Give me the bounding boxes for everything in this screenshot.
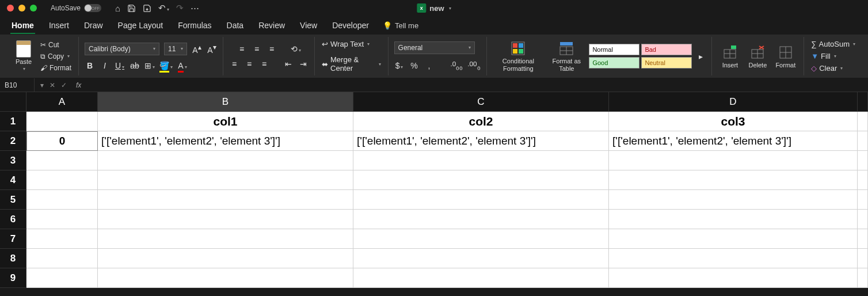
cell-D1[interactable]: col3: [609, 112, 858, 131]
save-icon[interactable]: [127, 4, 136, 13]
tab-review[interactable]: Review: [253, 18, 291, 33]
tell-me-search[interactable]: 💡 Tell me: [383, 21, 418, 30]
decrease-font-icon[interactable]: A▾: [207, 43, 217, 55]
cell-B8[interactable]: [98, 249, 353, 268]
tab-draw[interactable]: Draw: [78, 18, 109, 33]
cell-C1[interactable]: col2: [353, 112, 609, 131]
decrease-decimal-icon[interactable]: .00₀: [467, 60, 480, 71]
cell-B2[interactable]: ['['element1', 'element2', 'element 3']'…: [98, 131, 353, 151]
redo-icon[interactable]: ↷: [176, 3, 184, 13]
cell-E4[interactable]: [858, 170, 868, 190]
col-header-B[interactable]: B: [98, 92, 353, 112]
cell-A1[interactable]: [26, 112, 98, 131]
tab-formulas[interactable]: Formulas: [172, 18, 217, 33]
row-header-7[interactable]: 7: [0, 229, 26, 249]
more-qat-icon[interactable]: ⋯: [191, 3, 199, 13]
comma-icon[interactable]: ,: [424, 61, 435, 70]
format-as-table-button[interactable]: Format as Table: [547, 39, 585, 73]
cell-E2[interactable]: [858, 131, 868, 151]
style-bad[interactable]: Bad: [641, 44, 692, 55]
align-bottom-icon[interactable]: ≡: [267, 44, 277, 54]
cell-E6[interactable]: [858, 210, 868, 229]
wrap-text-button[interactable]: ↩Wrap Text▾: [321, 39, 371, 49]
cell-A6[interactable]: [26, 210, 98, 229]
orientation-icon[interactable]: ⟲▾: [291, 44, 301, 54]
align-center-icon[interactable]: ≡: [244, 59, 254, 69]
cell-C3[interactable]: [353, 151, 609, 170]
fx-icon[interactable]: fx: [76, 81, 81, 89]
decrease-indent-icon[interactable]: ⇤: [283, 59, 294, 69]
close-window-button[interactable]: [7, 5, 14, 12]
cell-A5[interactable]: [26, 190, 98, 210]
row-header-8[interactable]: 8: [0, 249, 26, 268]
cell-E5[interactable]: [858, 190, 868, 210]
style-normal[interactable]: Normal: [589, 44, 639, 55]
minimize-window-button[interactable]: [18, 5, 25, 12]
clear-button[interactable]: ◇Clear▾: [810, 63, 844, 73]
row-header-5[interactable]: 5: [0, 190, 26, 210]
zoom-window-button[interactable]: [30, 5, 37, 12]
tab-developer[interactable]: Developer: [326, 18, 375, 33]
row-header-2[interactable]: 2: [0, 131, 26, 151]
tab-view[interactable]: View: [294, 18, 323, 33]
cell-A2[interactable]: 0: [26, 131, 98, 151]
name-box[interactable]: B10: [0, 78, 35, 92]
row-header-4[interactable]: 4: [0, 170, 26, 190]
font-color-button[interactable]: A▾: [177, 61, 188, 70]
align-middle-icon[interactable]: ≡: [252, 44, 262, 54]
tab-home[interactable]: Home: [6, 18, 40, 33]
bold-button[interactable]: B: [85, 61, 95, 70]
cell-D3[interactable]: [609, 151, 858, 170]
cell-A9[interactable]: [26, 268, 98, 288]
col-header-D[interactable]: D: [609, 92, 858, 112]
conditional-formatting-button[interactable]: Conditional Formatting: [493, 39, 545, 73]
cell-D5[interactable]: [609, 190, 858, 210]
cell-E8[interactable]: [858, 249, 868, 268]
align-top-icon[interactable]: ≡: [237, 44, 247, 54]
cell-A8[interactable]: [26, 249, 98, 268]
fill-color-button[interactable]: 🪣▾: [159, 61, 173, 70]
fill-button[interactable]: ▼Fill▾: [810, 51, 837, 61]
home-icon[interactable]: ⌂: [115, 3, 120, 13]
percent-icon[interactable]: %: [409, 61, 420, 70]
insert-cells-button[interactable]: Insert: [718, 43, 742, 70]
style-good[interactable]: Good: [589, 57, 639, 69]
format-painter-button[interactable]: 🖌Format: [39, 63, 73, 73]
row-header-3[interactable]: 3: [0, 151, 26, 170]
paste-button[interactable]: Paste ▾: [12, 40, 36, 73]
cell-E1[interactable]: [858, 112, 868, 131]
cell-A4[interactable]: [26, 170, 98, 190]
cell-E7[interactable]: [858, 229, 868, 249]
cell-D2[interactable]: ['['element1', 'element2', 'element 3']'…: [609, 131, 858, 151]
font-size-select[interactable]: 11▾: [164, 43, 187, 55]
font-name-select[interactable]: Calibri (Body)▾: [85, 43, 159, 55]
document-title[interactable]: x new ▾: [417, 3, 451, 13]
enter-formula-icon[interactable]: ✓: [61, 81, 67, 89]
row-header-6[interactable]: 6: [0, 210, 26, 229]
cell-D7[interactable]: [609, 229, 858, 249]
cell-D9[interactable]: [609, 268, 858, 288]
col-header-A[interactable]: A: [26, 92, 98, 112]
autosum-button[interactable]: ∑AutoSum▾: [810, 39, 856, 49]
cell-A3[interactable]: [26, 151, 98, 170]
tab-insert[interactable]: Insert: [43, 18, 75, 33]
align-right-icon[interactable]: ≡: [259, 59, 269, 69]
cell-D8[interactable]: [609, 249, 858, 268]
row-header-1[interactable]: 1: [0, 112, 26, 131]
cell-C2[interactable]: ['['element1', 'element2', 'element 3']'…: [353, 131, 609, 151]
currency-icon[interactable]: $▾: [394, 61, 405, 70]
increase-indent-icon[interactable]: ⇥: [298, 59, 309, 69]
number-format-select[interactable]: General▾: [394, 41, 475, 54]
align-left-icon[interactable]: ≡: [229, 59, 239, 69]
delete-cells-button[interactable]: Delete: [745, 43, 770, 70]
style-neutral[interactable]: Neutral: [641, 57, 692, 69]
increase-decimal-icon[interactable]: .0₀₀: [451, 60, 463, 71]
cell-C8[interactable]: [353, 249, 609, 268]
col-header-C[interactable]: C: [353, 92, 609, 112]
cell-B7[interactable]: [98, 229, 353, 249]
cell-C5[interactable]: [353, 190, 609, 210]
cell-B1[interactable]: col1: [98, 112, 353, 131]
cut-button[interactable]: ✂Cut: [39, 40, 73, 50]
save-as-icon[interactable]: [143, 4, 151, 13]
formula-input[interactable]: [87, 78, 868, 92]
